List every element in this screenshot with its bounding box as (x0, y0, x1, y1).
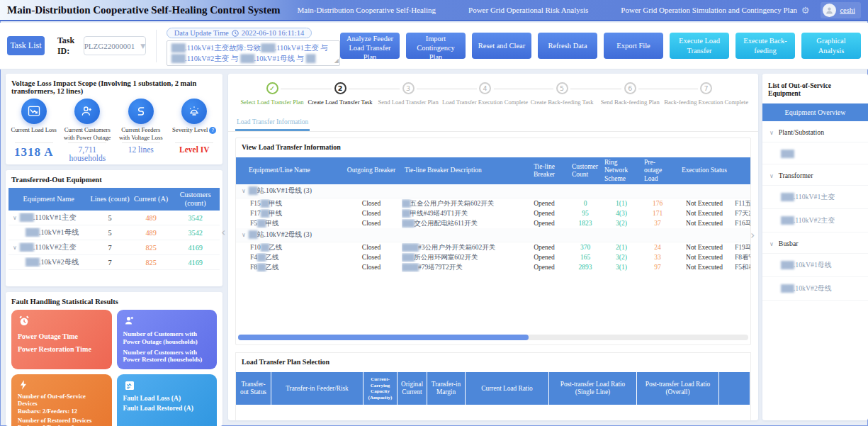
plan-table-header: Transfer-out Status Transfer-in Feeder/R… (236, 372, 750, 405)
card-line: Fault Load Restored (A) (123, 405, 211, 412)
step-backfeed-complete[interactable]: 7 Back-feeding Execution Complete (664, 82, 748, 106)
stat-label: Current Customers with Power Outage (61, 126, 115, 141)
table-row[interactable]: F17██甲线 Closed ██甲线#49塔49T1开关 Opened 95 … (236, 208, 750, 218)
scrollbar-thumb[interactable] (238, 335, 529, 340)
redacted-station: ███ (240, 55, 254, 62)
plan-table-body (236, 405, 750, 420)
stat-feeders-voltage-loss: Current Feeders with Voltage Loss 12 lin… (114, 98, 168, 162)
stat-severity-level: Severity Level? Level IV (168, 98, 222, 162)
view-table-hscrollbar[interactable] (238, 335, 748, 340)
redacted-station: ███ (261, 44, 274, 52)
table-row[interactable]: ███.10kV#2母线 7 825 4169 (9, 255, 220, 270)
table-row[interactable]: ∨███.110kV#2主变 7 825 4169 (9, 240, 220, 255)
tree-item-transformer1[interactable]: ███.110kV#1主变 (762, 186, 868, 209)
step-create-backfeed-task[interactable]: 5 Create Back-feeding Task (528, 82, 596, 106)
fault-description-textarea[interactable]: ███.110kV#1主变故障:导致███.110kV#1主变 与 ███.11… (167, 40, 340, 66)
equipment-overview-button[interactable]: Equipment Overview (762, 103, 868, 121)
step-execution-complete[interactable]: 4 Load Transfer Execution Complete (442, 82, 528, 106)
header-right: ⚙ ceshi (801, 2, 868, 18)
step-create-task[interactable]: 2 Create Load Transfer Task (306, 82, 374, 106)
stat-label: Current Load Loss (7, 126, 61, 141)
analyze-feeder-plan-button[interactable]: Analyze Feeder Load Transfer Plan (340, 33, 400, 59)
import-contingency-plan-button[interactable]: Import Contingency Plan (406, 33, 466, 59)
execute-back-feeding-button[interactable]: Execute Back-feeding (735, 33, 795, 59)
group-row-busbar1[interactable]: ∨██站.10kV#1母线 (3) (236, 184, 750, 198)
tab-load-transfer-information[interactable]: Load Transfer Information (235, 118, 310, 131)
tree-item-busbar1[interactable]: ███.10kV#1母线 (762, 254, 868, 277)
col-equipment-name: Equipment Name (9, 195, 89, 203)
user-menu[interactable]: ceshi (821, 2, 861, 18)
chevron-down-icon[interactable]: ∨ (13, 215, 17, 221)
tree-plant-substation[interactable]: ∨Plant/Substation (762, 121, 868, 142)
scroll-left-arrow-icon[interactable]: ‹ (221, 225, 225, 239)
tree-item-busbar2[interactable]: ███.10kV#2母线 (762, 277, 868, 301)
plan-selection-section: Load Transfer Plan Selection Transfer-ou… (235, 352, 751, 420)
table-row[interactable]: ███.10kV#1母线 5 489 3542 (9, 225, 220, 240)
table-row[interactable]: F10██乙线 Closed ████#3公用户外开关箱602开关 Opened… (236, 242, 750, 252)
col-execution-status: Execution Status (674, 165, 735, 176)
step-send-plan[interactable]: 3 Send Load Transfer Plan (374, 82, 442, 106)
reset-and-clear-button[interactable]: Reset and Clear (472, 33, 531, 59)
col-lines-count: Lines (count) (89, 195, 131, 203)
view-load-transfer-section: View Load Transfer Information Equipment… (235, 138, 751, 345)
tree-item-transformer2[interactable]: ███.110kV#2主变 (762, 209, 868, 232)
col-customers-count: Customers (count) (171, 191, 220, 208)
task-id-select[interactable]: PLZG22000001 ▼ (84, 36, 146, 55)
table-row[interactable]: F4██乙线 Closed ███所公用环网室602开关 Opened 165 … (236, 252, 750, 262)
divider (122, 142, 160, 143)
gear-icon[interactable]: ⚙ (801, 5, 810, 16)
fault-text: .110kV#2主变 与 (185, 55, 240, 62)
table-row[interactable]: F8██乙线 Closed ████#79塔79T2开关 Opened 2893… (236, 262, 750, 272)
col-ampacity: Current-Carrying Capacity (Ampacity) (363, 372, 398, 405)
nav-risk-analysis[interactable]: Power Grid Operational Risk Analysis (468, 6, 588, 14)
tree-item-substation[interactable]: ███ (762, 142, 868, 164)
col-current-load-ratio: Current Load Ratio (466, 372, 549, 405)
severity-level-icon (181, 99, 207, 124)
refresh-data-button[interactable]: Refresh Data (538, 33, 597, 59)
app-title: Main-Distribution Cooperative Self-Heali… (0, 4, 281, 16)
col-pre-outage-load: Pre-outage Load (641, 157, 674, 184)
fault-text: .110kV#1主变故障:导致 (185, 44, 261, 52)
step-send-backfeed-plan[interactable]: 6 Send Back-feeding Plan (596, 82, 664, 106)
col-post-ratio-single: Post-transfer Load Ratio (Single Line) (549, 372, 637, 405)
col-ring-network: Ring Network Scheme (602, 157, 641, 184)
export-file-button[interactable]: Export File (604, 33, 663, 59)
devices-card: Number of Out-of-Service Devices Busbars… (11, 374, 112, 426)
execute-load-transfer-button[interactable]: Execute Load Transfer (670, 33, 729, 59)
scroll-right-arrow-icon[interactable]: › (750, 228, 755, 242)
step-circle: 6 (624, 82, 636, 94)
fault-text: .10kV#1母线 与 (254, 55, 305, 62)
resize-handle-icon[interactable]: ◢ (334, 57, 339, 65)
task-list-button[interactable]: Task List (7, 36, 45, 55)
col-outgoing-breaker: Outgoing Breaker (341, 165, 402, 176)
chevron-down-icon[interactable]: ∨ (242, 232, 246, 238)
tree-transformer[interactable]: ∨Transformer (762, 164, 868, 186)
chevron-down-icon: ∨ (770, 130, 774, 136)
chevron-down-icon[interactable]: ∨ (242, 188, 246, 194)
nav-simulation-contingency[interactable]: Power Grid Operation Simulation and Cont… (621, 6, 797, 14)
stat-label: Current Feeders with Voltage Loss (114, 126, 168, 141)
graphical-analysis-button[interactable]: Graphical Analysis (801, 33, 861, 59)
step-circle: ✓ (266, 82, 278, 94)
customers-outage-icon (74, 99, 100, 124)
table-row[interactable]: ∨███.110kV#1主变 5 489 3542 (9, 211, 220, 225)
fault-handling-panel: Fault Handling Statistical Results Power… (6, 292, 222, 426)
tree-busbar[interactable]: ∨Busbar (762, 232, 868, 254)
chevron-down-icon[interactable]: ∨ (13, 245, 17, 251)
divider (68, 142, 106, 143)
stat-value: Level IV (168, 145, 222, 154)
col-tie-line-breaker: Tie-line Breaker (519, 162, 569, 181)
table-row[interactable]: F15██甲线 Closed ██五金公用户外开关箱602开关 Opened 0… (236, 198, 750, 208)
step-select-plan[interactable]: ✓ Select Load Transfer Plan (238, 82, 306, 106)
redacted-station: ███ (171, 44, 185, 52)
transferred-out-panel: Transferred-Out Equipment Equipment Name… (6, 170, 222, 286)
group-row-busbar2[interactable]: ∨██站.10kV#2母线 (3) (236, 228, 750, 242)
col-tie-line-desc: Tie-line Breaker Description (402, 165, 519, 176)
card-line: Number of Restored Devices (18, 417, 106, 424)
help-icon[interactable]: ? (209, 127, 216, 134)
table-row[interactable]: F5██甲线 Closed ███交公用配电站611开关 Opened 1823… (236, 218, 750, 228)
nav-self-healing[interactable]: Main-Distribution Cooperative Self-Heali… (298, 6, 436, 14)
voltage-loss-impact-panel: Voltage Loss Impact Scope (Involving 1 s… (6, 74, 222, 164)
fault-text: 站.10kV#2母线失压 (171, 65, 235, 66)
card-line: Busbars: 2/Feeders: 12 (18, 408, 106, 415)
